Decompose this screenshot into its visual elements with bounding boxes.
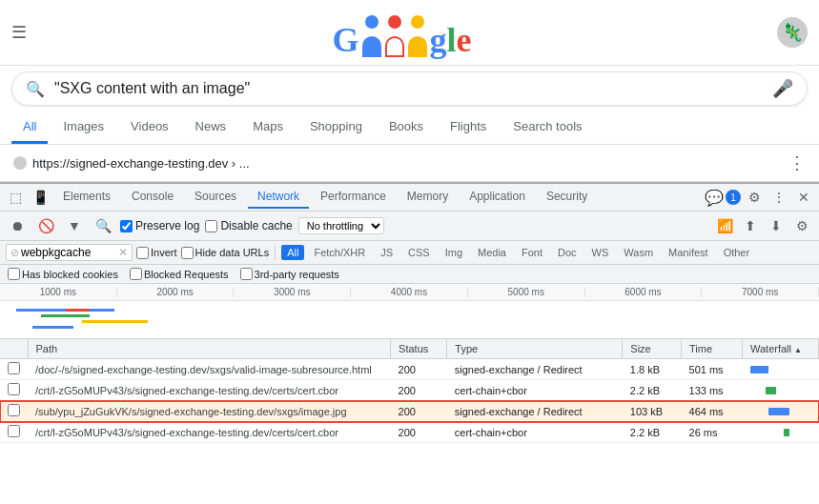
th-size[interactable]: Size bbox=[623, 339, 682, 359]
tab-images[interactable]: Images bbox=[51, 111, 115, 144]
th-status[interactable]: Status bbox=[391, 339, 447, 359]
console-badge-wrap: 💬 1 bbox=[705, 189, 741, 207]
tab-maps[interactable]: Maps bbox=[241, 111, 295, 144]
dt-tab-elements[interactable]: Elements bbox=[53, 186, 120, 209]
tab-videos[interactable]: Videos bbox=[119, 111, 180, 144]
filter-input[interactable] bbox=[21, 246, 116, 259]
timeline-ruler: 1000 ms 2000 ms 3000 ms 4000 ms 5000 ms … bbox=[0, 284, 819, 301]
filter-input-wrap[interactable]: ⊘ ✕ bbox=[6, 244, 133, 261]
cell-status: 200 bbox=[391, 380, 447, 401]
blocked-cookies-label[interactable]: Has blocked cookies bbox=[8, 268, 118, 280]
dt-tab-network[interactable]: Network bbox=[248, 186, 309, 209]
filter-btn-font[interactable]: Font bbox=[516, 245, 548, 260]
cell-path: /doc/-/s/signed-exchange-testing.dev/sxg… bbox=[28, 359, 391, 380]
filter-btn-media[interactable]: Media bbox=[472, 245, 512, 260]
tl-bar-2 bbox=[41, 314, 91, 317]
cursor-icon[interactable]: ⬚ bbox=[4, 186, 27, 209]
row-checkbox[interactable] bbox=[8, 383, 20, 395]
cell-time: 501 ms bbox=[682, 359, 743, 380]
filter-btn-js[interactable]: JS bbox=[375, 245, 399, 260]
tab-books[interactable]: Books bbox=[378, 111, 435, 144]
cell-waterfall bbox=[743, 401, 819, 422]
filter-btn-manifest[interactable]: Manifest bbox=[663, 245, 714, 260]
row-checkbox[interactable] bbox=[8, 404, 20, 416]
blocked-requests-checkbox[interactable] bbox=[130, 268, 142, 280]
table-row[interactable]: /crt/l-zG5oMUPv43/s/signed-exchange-test… bbox=[0, 380, 819, 401]
row-checkbox[interactable] bbox=[8, 425, 20, 437]
result-favicon bbox=[13, 156, 27, 170]
hide-data-urls-checkbox[interactable] bbox=[181, 247, 194, 259]
hide-data-urls-label[interactable]: Hide data URLs bbox=[181, 247, 270, 259]
filter-btn-all[interactable]: All bbox=[281, 245, 304, 260]
search-box[interactable]: 🔍 "SXG content with an image" 🎤 bbox=[11, 71, 808, 106]
dt-tab-application[interactable]: Application bbox=[460, 186, 535, 209]
tab-search-tools[interactable]: Search tools bbox=[502, 111, 593, 144]
blocked-cookies-checkbox[interactable] bbox=[8, 268, 20, 280]
wifi-icon[interactable]: 📶 bbox=[713, 214, 736, 237]
close-icon[interactable]: ✕ bbox=[792, 186, 815, 209]
cell-time: 133 ms bbox=[682, 380, 743, 401]
dt-tab-console[interactable]: Console bbox=[122, 186, 183, 209]
preserve-log-label[interactable]: Preserve log bbox=[120, 219, 199, 232]
filter-btn-fetchxhr[interactable]: Fetch/XHR bbox=[308, 245, 371, 260]
cell-type: signed-exchange / Redirect bbox=[447, 359, 623, 380]
throttle-select[interactable]: No throttling bbox=[298, 217, 384, 234]
timeline-area: 1000 ms 2000 ms 3000 ms 4000 ms 5000 ms … bbox=[0, 284, 819, 339]
table-row[interactable]: /crt/l-zG5oMUPv43/s/signed-exchange-test… bbox=[0, 422, 819, 443]
dt-tab-sources[interactable]: Sources bbox=[185, 186, 246, 209]
disable-cache-label[interactable]: Disable cache bbox=[205, 219, 292, 232]
third-party-checkbox[interactable] bbox=[240, 268, 253, 280]
filter-btn-css[interactable]: CSS bbox=[402, 245, 436, 260]
doodle-fig-3 bbox=[407, 15, 428, 57]
disable-cache-checkbox[interactable] bbox=[205, 220, 217, 232]
dt-tab-security[interactable]: Security bbox=[537, 186, 597, 209]
table-row[interactable]: /doc/-/s/signed-exchange-testing.dev/sxg… bbox=[0, 359, 819, 380]
download-icon[interactable]: ⬇ bbox=[765, 214, 788, 237]
row-checkbox[interactable] bbox=[8, 362, 20, 374]
avatar[interactable]: 🦎 bbox=[777, 17, 808, 48]
record-icon[interactable]: ⏺ bbox=[6, 214, 29, 237]
table-row[interactable]: /sub/ypu_jZuGukVK/s/signed-exchange-test… bbox=[0, 401, 819, 422]
invert-checkbox[interactable] bbox=[136, 247, 149, 259]
th-type[interactable]: Type bbox=[447, 339, 623, 359]
search-text: "SXG content with an image" bbox=[54, 80, 772, 97]
filter-divider bbox=[275, 245, 276, 260]
filter-icon[interactable]: ▼ bbox=[63, 214, 86, 237]
filter-btn-wasm[interactable]: Wasm bbox=[618, 245, 659, 260]
tab-news[interactable]: News bbox=[184, 111, 238, 144]
tab-flights[interactable]: Flights bbox=[439, 111, 498, 144]
filter-btn-img[interactable]: Img bbox=[440, 245, 468, 260]
filter-btn-ws[interactable]: WS bbox=[586, 245, 615, 260]
clear-icon[interactable]: 🚫 bbox=[34, 214, 57, 237]
blocked-requests-label[interactable]: Blocked Requests bbox=[130, 268, 229, 280]
network-toolbar: ⏺ 🚫 ▼ 🔍 Preserve log Disable cache No th… bbox=[0, 212, 819, 241]
preserve-log-checkbox[interactable] bbox=[120, 220, 133, 232]
ruler-mark-2: 2000 ms bbox=[117, 287, 235, 297]
cell-waterfall bbox=[743, 380, 819, 401]
search-network-icon[interactable]: 🔍 bbox=[92, 214, 114, 237]
th-path[interactable]: Path bbox=[28, 339, 391, 359]
th-waterfall[interactable]: Waterfall ▲ bbox=[743, 339, 819, 359]
filter-clear-icon[interactable]: ✕ bbox=[118, 246, 128, 259]
cell-time: 464 ms bbox=[682, 401, 743, 422]
filter-btn-other[interactable]: Other bbox=[718, 245, 756, 260]
upload-icon[interactable]: ⬆ bbox=[739, 214, 762, 237]
more-icon[interactable]: ⋮ bbox=[768, 186, 790, 209]
invert-label[interactable]: Invert bbox=[136, 247, 177, 259]
third-party-label[interactable]: 3rd-party requests bbox=[240, 268, 339, 280]
settings-network-icon[interactable]: ⚙ bbox=[790, 214, 813, 237]
network-table: Path Status Type Size Time Wat bbox=[0, 339, 819, 477]
cell-status: 200 bbox=[391, 359, 447, 380]
device-icon[interactable]: 📱 bbox=[29, 186, 51, 209]
dt-tab-performance[interactable]: Performance bbox=[311, 186, 396, 209]
filter-btn-doc[interactable]: Doc bbox=[552, 245, 583, 260]
th-time[interactable]: Time bbox=[682, 339, 743, 359]
dt-tab-memory[interactable]: Memory bbox=[398, 186, 458, 209]
mic-icon[interactable]: 🎤 bbox=[772, 78, 793, 99]
settings-icon[interactable]: ⚙ bbox=[743, 186, 766, 209]
cell-path: /crt/l-zG5oMUPv43/s/signed-exchange-test… bbox=[28, 380, 391, 401]
tab-shopping[interactable]: Shopping bbox=[298, 111, 374, 144]
result-more-icon[interactable]: ⋮ bbox=[788, 152, 806, 173]
tab-all[interactable]: All bbox=[11, 111, 48, 144]
hamburger-icon[interactable]: ☰ bbox=[11, 22, 27, 43]
